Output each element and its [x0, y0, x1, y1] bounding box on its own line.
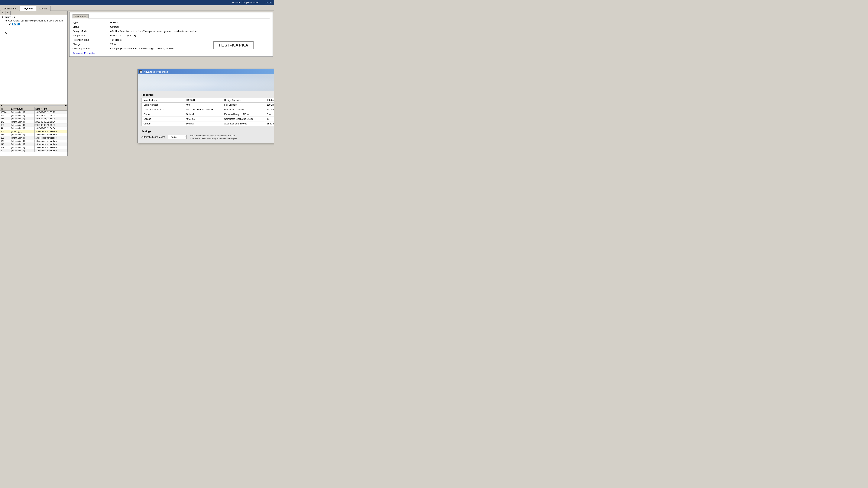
tree-bbu[interactable]: ✔ BBU:	[1, 23, 67, 26]
log-cell-level: [Information, 0]	[10, 111, 35, 114]
log-cell-date: 11 seconds from reboot	[35, 149, 67, 152]
adv-right-label: Remaining Capacity	[222, 107, 265, 112]
adv-table-row: Manufacturer LS36691 Design Capacity 150…	[142, 98, 275, 103]
controller-icon: ◆	[4, 19, 7, 22]
adv-right-value: 10	[265, 117, 275, 122]
adv-right-value: 1101 mAh	[265, 103, 275, 107]
log-cell-level: [Warning, 1]	[10, 130, 35, 133]
adv-left-value: 504 mA	[184, 122, 222, 126]
adv-left-value: Пн, 22 IV 2013 at 12:57:43	[184, 107, 222, 112]
log-cell-level: [Information, 0]	[10, 117, 35, 120]
adv-properties-title: Properties	[142, 93, 274, 96]
logout-link[interactable]: Log Off	[265, 1, 272, 4]
adv-right-label: Expected Margin of Error	[222, 112, 265, 117]
adv-left-label: Manufacturer	[142, 98, 184, 103]
advanced-dialog: 🔲 Advanced Properties × Avago Properties…	[137, 69, 274, 143]
adv-settings-section: Settings Automatic Learn Mode: Enable Di…	[138, 128, 274, 143]
adv-right-value: 0 %	[265, 112, 275, 117]
main-layout: ▲ ▼ 🖥 TESTULT ◆ Controller0: LSI 2108 Me…	[0, 11, 274, 156]
adv-right-label: Completed Discharge Cycles	[222, 117, 265, 122]
tree-root[interactable]: 🖥 TESTULT	[1, 15, 67, 19]
prop-type-value: IBBU08	[110, 21, 270, 24]
adv-prop-table: Manufacturer LS36691 Design Capacity 150…	[142, 98, 274, 126]
bbu-status-icon: ✔	[8, 23, 11, 26]
log-row: 141 [Information, 0] 13 seconds from reb…	[0, 143, 67, 146]
log-cell-id: 266	[0, 133, 10, 136]
adv-left-value: Optimal	[184, 112, 222, 117]
prop-status-label: Status	[72, 25, 110, 28]
log-rows: 10000 [Information, 0] 2018-02-06, 12:57…	[0, 111, 67, 156]
log-cell-level: [Information, 0]	[10, 146, 35, 149]
top-bar: Welcome: Zur [Full Access] Log Off	[0, 0, 274, 5]
prop-temperature-label: Temperature	[72, 34, 110, 37]
prop-charging-status-label: Charging Status	[72, 47, 110, 50]
log-cell-id: 141	[0, 143, 10, 146]
prop-design-mode-label: Design Mode	[72, 30, 110, 33]
adv-body: Avago Properties Manufacturer LS36691 De…	[138, 74, 274, 143]
log-cell-id: 143	[0, 139, 10, 142]
prop-type-label: Type	[72, 21, 110, 24]
log-row: 1 [Information, 0] 11 seconds from reboo…	[0, 149, 67, 152]
prop-status-value: Optimal	[110, 25, 270, 28]
log-col-level: Error Level	[10, 107, 35, 110]
adv-title-bar: 🔲 Advanced Properties ×	[138, 69, 274, 74]
adv-right-label: Automatic Learn Mode	[222, 122, 265, 126]
kapka-tooltip: TEST-KAPKA	[213, 41, 253, 49]
nav-up-arrow[interactable]: ▲	[0, 11, 5, 15]
log-row: 449 [Information, 0] 13 seconds from reb…	[0, 146, 67, 149]
tab-physical[interactable]: Physical	[20, 6, 36, 11]
log-cell-id: 10000	[0, 111, 10, 114]
log-cell-id: 1	[0, 149, 10, 152]
log-cell-date: 2018-02-06, 12:55:04	[35, 117, 67, 120]
prop-type-row: Type IBBU08	[72, 20, 270, 25]
tree-controller-label: Controller0: LSI 2108 MegaRAID(Bus 8,Dev…	[8, 20, 63, 22]
log-cell-date: 2018-02-06, 12:55:04	[35, 120, 67, 123]
log-cell-date: 32 seconds from reboot	[35, 130, 67, 133]
log-cell-id: 155	[0, 117, 10, 120]
tab-dashboard[interactable]: Dashboard	[1, 6, 19, 11]
adv-properties-section: Properties Manufacturer LS36691 Design C…	[138, 91, 274, 128]
log-cell-id: 149	[0, 120, 10, 123]
log-cell-date: 13 seconds from reboot	[35, 139, 67, 142]
prop-temperature-value: Normal [30.0 C (86.0 F) ]	[110, 34, 270, 37]
prop-temperature-row: Temperature Normal [30.0 C (86.0 F) ]	[72, 33, 270, 38]
log-row: 44 [Information, 0] 2018-02-06, 12:54:34	[0, 127, 67, 130]
adv-left-label: Serial Number	[142, 103, 184, 107]
log-cell-level: [Information, 0]	[10, 120, 35, 123]
prop-retention-value: 48+ Hours	[110, 38, 270, 41]
log-cell-id: 449	[0, 146, 10, 149]
log-cell-date: 2018-02-06, 12:56:04	[35, 114, 67, 117]
adv-left-label: Status	[142, 112, 184, 117]
log-row: 457 [Warning, 1] 32 seconds from reboot	[0, 130, 67, 133]
adv-table-row: Status Optimal Expected Margin of Error …	[142, 112, 275, 117]
nav-down-arrow[interactable]: ▼	[5, 11, 10, 15]
adv-right-value: 1500 mAh	[265, 98, 275, 103]
advanced-link-container: Advanced Properties	[72, 51, 270, 55]
adv-left-value: 493	[184, 103, 222, 107]
tab-logical[interactable]: Logical	[36, 6, 50, 11]
settings-info-text: Starts a battery learn cycle automatical…	[190, 134, 242, 140]
bbu-badge[interactable]: BBU:	[12, 23, 20, 25]
adv-left-value: LS36691	[184, 98, 222, 103]
scroll-right-arrow[interactable]: ►	[65, 104, 67, 107]
scroll-left-arrow[interactable]: ◄	[0, 104, 3, 107]
prop-retention-label: Retention Time	[72, 38, 110, 41]
prop-charge-label: Charge	[72, 43, 110, 45]
auto-learn-dropdown: Enable Disable	[168, 135, 187, 139]
tree-scrollbar[interactable]: ◄ ►	[0, 104, 67, 107]
properties-tab[interactable]: Properties	[72, 14, 89, 19]
auto-learn-select[interactable]: Enable Disable	[168, 135, 187, 139]
log-cell-id: 147	[0, 114, 10, 117]
advanced-properties-link[interactable]: Advanced Properties	[72, 52, 95, 55]
log-cell-id: 457	[0, 130, 10, 133]
log-nav: ▲ ▼	[0, 11, 67, 15]
log-row: 147 [Information, 0] 2018-02-06, 12:56:0…	[0, 114, 67, 117]
log-row: 155 [Information, 0] 2018-02-06, 12:55:0…	[0, 117, 67, 120]
adv-table-row: Date of Manufacture Пн, 22 IV 2013 at 12…	[142, 107, 275, 112]
tree-controller[interactable]: ◆ Controller0: LSI 2108 MegaRAID(Bus 8,D…	[1, 19, 67, 23]
log-cell-level: [Information, 0]	[10, 124, 35, 127]
auto-learn-label: Automatic Learn Mode:	[142, 136, 165, 138]
log-cell-date: 2018-02-06, 12:55:03	[35, 124, 67, 127]
tree-area: 🖥 TESTULT ◆ Controller0: LSI 2108 MegaRA…	[0, 15, 67, 104]
log-row: 261 [Information, 0] 13 seconds from reb…	[0, 136, 67, 139]
